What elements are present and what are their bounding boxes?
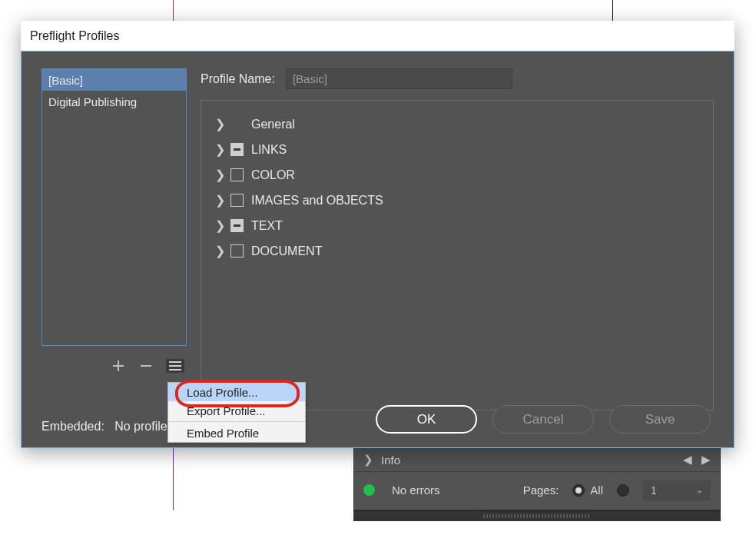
page-range-select[interactable]: 1 ⌄ (643, 480, 711, 500)
preflight-profiles-dialog: Preflight Profiles [Basic] Digital Publi… (21, 21, 734, 448)
cancel-label: Cancel (523, 412, 564, 427)
panel-drag-handle[interactable] (353, 510, 721, 521)
dialog-titlebar[interactable]: Preflight Profiles (21, 21, 734, 51)
status-ok-icon (363, 484, 375, 496)
info-row[interactable]: ❯ Info ◀ ▶ (354, 448, 720, 472)
preflight-panel: ❯ Info ◀ ▶ No errors Pages: All 1 ⌄ (353, 447, 721, 510)
radio-off-icon (617, 484, 629, 497)
dialog-body: [Basic] Digital Publishing (21, 51, 734, 448)
remove-profile-button[interactable] (138, 358, 154, 374)
app-background: ❯ Info ◀ ▶ No errors Pages: All 1 ⌄ (0, 0, 756, 535)
category-general[interactable]: ❯ General (215, 111, 699, 137)
menu-item-label: Embed Profile (187, 427, 259, 440)
category-label: COLOR (251, 168, 295, 182)
menu-embed-profile[interactable]: Embed Profile (168, 424, 305, 442)
profile-name-row: Profile Name: (201, 68, 714, 89)
category-label: LINKS (251, 143, 287, 157)
ok-button[interactable]: OK (376, 405, 477, 434)
menu-separator (168, 421, 305, 422)
svg-rect-0 (141, 365, 151, 367)
minus-icon (140, 360, 152, 372)
dialog-buttons: OK Cancel Save (376, 405, 711, 434)
checkbox-mixed-icon[interactable] (230, 143, 244, 156)
checkbox-off-icon[interactable] (230, 244, 244, 258)
radio-on-icon (572, 484, 585, 497)
category-links[interactable]: ❯ LINKS (215, 137, 699, 162)
chevron-down-icon: ⌄ (696, 485, 703, 495)
embedded-label: Embedded: (41, 420, 104, 433)
cancel-button[interactable]: Cancel (492, 405, 594, 434)
category-document[interactable]: ❯ DOCUMENT (215, 238, 699, 264)
chevron-right-icon: ❯ (215, 117, 223, 131)
plus-icon (112, 360, 124, 372)
checkbox-off-icon[interactable] (230, 194, 244, 207)
chevron-right-icon: ❯ (215, 218, 223, 233)
category-label: TEXT (251, 219, 283, 233)
save-button[interactable]: Save (609, 405, 711, 434)
status-text: No errors (392, 483, 440, 497)
checkbox-off-icon[interactable] (230, 168, 244, 181)
profiles-list[interactable]: [Basic] Digital Publishing (41, 68, 187, 346)
chevron-right-icon: ❯ (363, 453, 373, 467)
chevron-right-icon: ❯ (215, 193, 223, 208)
ok-label: OK (417, 412, 436, 427)
add-profile-button[interactable] (111, 358, 126, 374)
menu-load-profile[interactable]: Load Profile... (168, 383, 305, 401)
chevron-right-icon: ❯ (215, 244, 223, 258)
profile-name-input[interactable] (286, 68, 512, 89)
pages-range-radio[interactable] (617, 484, 629, 497)
menu-export-profile[interactable]: Export Profile... (168, 401, 305, 420)
category-label: IMAGES and OBJECTS (251, 194, 383, 208)
category-images-objects[interactable]: ❯ IMAGES and OBJECTS (215, 188, 699, 213)
menu-item-label: Load Profile... (187, 386, 258, 399)
dialog-title: Preflight Profiles (30, 29, 120, 43)
checkbox-mixed-icon[interactable] (230, 219, 244, 232)
chevron-right-icon: ❯ (215, 142, 223, 157)
page-range-value: 1 (651, 484, 657, 497)
nav-prev-icon[interactable]: ◀ (683, 453, 692, 467)
category-text[interactable]: ❯ TEXT (215, 213, 699, 238)
save-label: Save (645, 412, 675, 427)
menu-item-label: Export Profile... (187, 404, 266, 417)
chevron-right-icon: ❯ (215, 168, 223, 182)
profiles-toolbar (111, 358, 187, 374)
pages-all-radio[interactable]: All (572, 483, 603, 497)
pages-all-label: All (590, 483, 603, 497)
category-label: DOCUMENT (251, 244, 322, 258)
profile-label: [Basic] (48, 74, 83, 87)
profile-item-digital-publishing[interactable]: Digital Publishing (42, 91, 186, 112)
profiles-flyout-menu: Load Profile... Export Profile... Embed … (167, 382, 306, 443)
profiles-menu-button[interactable] (166, 359, 184, 373)
profile-name-label: Profile Name: (201, 72, 275, 86)
category-label: General (251, 118, 295, 131)
preflight-status-row: No errors Pages: All 1 ⌄ (354, 472, 720, 508)
category-color[interactable]: ❯ COLOR (215, 162, 699, 188)
pages-label: Pages: (523, 483, 559, 497)
profile-item-basic[interactable]: [Basic] (42, 69, 186, 91)
categories-box: ❯ General ❯ LINKS ❯ COLOR (201, 100, 714, 410)
profile-label: Digital Publishing (48, 95, 137, 108)
info-label: Info (381, 454, 400, 467)
nav-next-icon[interactable]: ▶ (701, 453, 711, 467)
